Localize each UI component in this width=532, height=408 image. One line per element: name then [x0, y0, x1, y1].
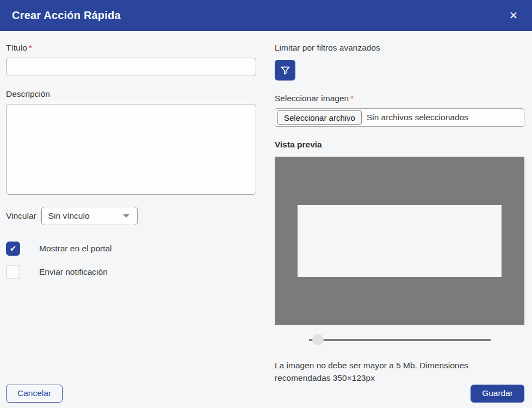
required-asterisk: * [350, 94, 354, 103]
dialog-body: Título* Descripción Vincular Sin vínculo… [0, 31, 532, 385]
create-quick-action-dialog: Crear Acción Rápida ✕ Título* Descripció… [0, 0, 532, 408]
right-column: Limitar por filtros avanzados Selecciona… [275, 43, 524, 385]
vincular-label: Vincular [6, 211, 36, 221]
zoom-slider[interactable] [309, 334, 491, 345]
descripcion-textarea[interactable] [6, 104, 256, 195]
left-column: Título* Descripción Vincular Sin vínculo… [6, 43, 256, 385]
slider-thumb[interactable] [312, 334, 324, 345]
close-icon: ✕ [509, 10, 518, 21]
choose-file-button[interactable]: Seleccionar archivo [277, 110, 362, 125]
mostrar-portal-label: Mostrar en el portal [39, 244, 112, 254]
image-size-note: La imagen no debe ser mayor a 5 Mb. Dime… [275, 359, 524, 385]
slider-track[interactable] [309, 339, 491, 341]
save-button[interactable]: Guardar [471, 385, 524, 403]
funnel-icon [280, 65, 291, 76]
vincular-selected-value: Sin vínculo [48, 211, 90, 221]
file-status-text: Sin archivos seleccionados [367, 113, 468, 122]
dialog-footer: Cancelar Guardar [0, 385, 532, 408]
descripcion-label: Descripción [6, 89, 256, 99]
chevron-down-icon [123, 214, 129, 218]
dialog-title: Crear Acción Rápida [12, 9, 121, 22]
portal-check-row: ✔ Mostrar en el portal [6, 242, 256, 256]
filtros-avanzados-label: Limitar por filtros avanzados [275, 43, 524, 53]
advanced-filters-button[interactable] [275, 60, 295, 81]
image-crop-frame [298, 205, 502, 277]
vincular-row: Vincular Sin vínculo [6, 207, 256, 225]
titulo-label: Título* [6, 43, 256, 53]
vincular-select[interactable]: Sin vínculo [41, 207, 138, 225]
close-button[interactable]: ✕ [506, 8, 521, 23]
enviar-notificacion-label: Enviar notificación [39, 267, 108, 277]
titulo-input[interactable] [6, 58, 256, 76]
check-icon: ✔ [10, 244, 17, 254]
seleccionar-imagen-label: Seleccionar imagen* [275, 94, 524, 103]
dialog-header: Crear Acción Rápida ✕ [0, 0, 532, 31]
required-asterisk: * [29, 43, 32, 52]
notificacion-check-row: ✔ Enviar notificación [6, 265, 256, 279]
image-preview-area [275, 157, 524, 325]
image-file-input[interactable]: Seleccionar archivo Sin archivos selecci… [275, 108, 524, 127]
cancel-button[interactable]: Cancelar [6, 385, 63, 403]
enviar-notificacion-checkbox[interactable]: ✔ [6, 265, 20, 279]
vista-previa-label: Vista previa [275, 140, 524, 150]
mostrar-portal-checkbox[interactable]: ✔ [6, 242, 20, 256]
